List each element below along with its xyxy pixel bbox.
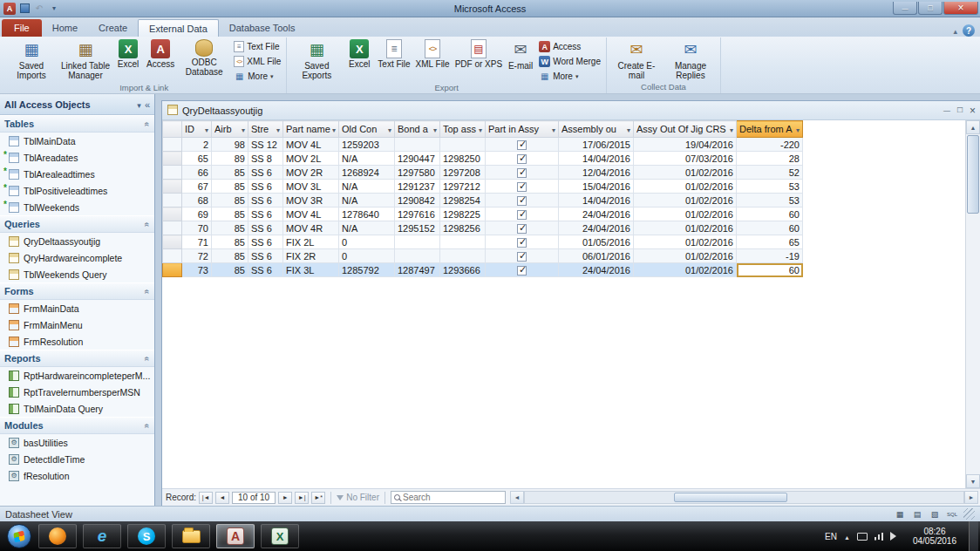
cell-airbus[interactable]: 85 — [212, 180, 248, 194]
cell-stre[interactable]: SS 6 — [248, 180, 283, 194]
cell-part-in-assy[interactable] — [486, 180, 559, 194]
nav-item-module[interactable]: fResolution — [0, 467, 154, 484]
cell-airbus[interactable]: 85 — [212, 166, 248, 180]
nav-item-query[interactable]: QryDeltaassyoutjig — [0, 233, 154, 249]
cell-top-assy[interactable]: 1297212 — [440, 180, 486, 194]
row-selector[interactable] — [163, 235, 182, 249]
table-row[interactable]: 68 85 SS 6 MOV 3R N/A 1290842 1298254 1 — [163, 194, 803, 207]
ribbon-button[interactable]: More ▾ — [536, 70, 603, 83]
row-selector[interactable] — [163, 221, 182, 235]
cell-bond[interactable]: 1291237 — [395, 180, 440, 194]
cell-id[interactable]: 69 — [182, 207, 212, 221]
cell-old-contract[interactable]: N/A — [339, 221, 395, 235]
cell-bond[interactable]: 1287497 — [395, 263, 440, 277]
column-header[interactable]: Assy Out Of Jig CRS — [634, 121, 737, 138]
nav-item-form[interactable]: FrmMainData — [0, 300, 154, 316]
cell-assembly-out[interactable]: 12/04/2016 — [559, 166, 634, 180]
checkbox[interactable] — [517, 266, 527, 276]
qat-dropdown-icon[interactable] — [48, 3, 60, 15]
row-selector[interactable] — [163, 166, 182, 180]
cell-id[interactable]: 67 — [182, 180, 212, 194]
cell-part-in-assy[interactable] — [486, 249, 559, 263]
search-input[interactable] — [403, 493, 502, 502]
clock[interactable]: 08:26 04/05/2016 — [908, 527, 962, 546]
horizontal-scrollbar[interactable] — [510, 491, 978, 505]
checkbox[interactable] — [517, 182, 527, 192]
doc-minimize-icon[interactable] — [943, 105, 950, 117]
cell-part-in-assy[interactable] — [486, 221, 559, 235]
nav-pane-dropdown-icon[interactable] — [137, 99, 141, 110]
checkbox[interactable] — [517, 196, 527, 206]
cell-bond[interactable] — [395, 235, 440, 249]
maximize-button[interactable] — [918, 2, 943, 15]
volume-tray-icon[interactable] — [890, 532, 901, 541]
cell-assembly-out[interactable]: 01/05/2016 — [559, 235, 634, 249]
tab-file[interactable]: File — [2, 19, 42, 37]
taskbar-app-button[interactable] — [172, 524, 210, 548]
checkbox[interactable] — [517, 238, 527, 248]
hidden-icons-arrow[interactable] — [844, 532, 850, 541]
cell-part-in-assy[interactable] — [486, 138, 559, 152]
column-dropdown-icon[interactable] — [479, 124, 482, 134]
cell-stre[interactable]: SS 6 — [248, 207, 283, 221]
ribbon-button[interactable]: Text File — [231, 40, 283, 53]
cell-part-name[interactable]: FIX 2R — [283, 249, 339, 263]
cell-delta[interactable]: -19 — [737, 249, 803, 263]
row-selector[interactable] — [163, 194, 182, 207]
language-indicator[interactable]: EN — [825, 532, 837, 541]
cell-id[interactable]: 2 — [182, 138, 212, 152]
cell-id[interactable]: 72 — [182, 249, 212, 263]
table-row[interactable]: 65 89 SS 8 MOV 2L N/A 1290447 1298250 1 — [163, 152, 803, 166]
cell-old-contract[interactable]: 0 — [339, 249, 395, 263]
cell-assembly-out[interactable]: 24/04/2016 — [559, 221, 634, 235]
ribbon-button[interactable]: Saved Imports — [4, 37, 58, 83]
cell-assy-out-of-jig[interactable]: 19/04/2016 — [634, 138, 737, 152]
select-all-corner[interactable] — [163, 121, 182, 138]
column-dropdown-icon[interactable] — [796, 124, 800, 134]
table-row[interactable]: 67 85 SS 6 MOV 3L N/A 1291237 1297212 1 — [163, 180, 803, 194]
search-box[interactable] — [391, 491, 506, 504]
cell-id[interactable]: 73 — [182, 263, 212, 277]
column-dropdown-icon[interactable] — [433, 124, 437, 134]
cell-assy-out-of-jig[interactable]: 01/02/2016 — [634, 221, 737, 235]
table-row[interactable]: 73 85 SS 6 FIX 3L 1285792 1287497 129366… — [163, 263, 803, 277]
cell-part-in-assy[interactable] — [486, 263, 559, 277]
cell-airbus[interactable]: 85 — [212, 221, 248, 235]
table-row[interactable]: 66 85 SS 6 MOV 2R 1268924 1297580 129720… — [163, 166, 803, 180]
scroll-right-arrow[interactable] — [964, 491, 978, 504]
column-dropdown-icon[interactable] — [388, 124, 391, 134]
cell-part-in-assy[interactable] — [486, 194, 559, 207]
row-selector[interactable] — [163, 249, 182, 263]
ribbon-button[interactable]: Word Merge — [536, 55, 603, 68]
cell-airbus[interactable]: 98 — [212, 138, 248, 152]
cell-bond[interactable]: 1290447 — [395, 152, 440, 166]
ribbon-button[interactable]: ODBC Database — [177, 37, 231, 83]
cell-part-name[interactable]: MOV 2L — [283, 152, 339, 166]
cell-airbus[interactable]: 85 — [212, 235, 248, 249]
cell-part-name[interactable]: MOV 4R — [283, 221, 339, 235]
nav-item-report[interactable]: RptHardwareincompleteperM... — [0, 367, 154, 384]
ribbon-button[interactable]: XML File — [231, 55, 283, 68]
column-dropdown-icon[interactable] — [627, 124, 630, 134]
cell-top-assy[interactable] — [440, 235, 486, 249]
help-icon[interactable] — [963, 24, 975, 37]
cell-part-name[interactable]: MOV 3R — [283, 194, 339, 207]
cell-assy-out-of-jig[interactable]: 01/02/2016 — [634, 166, 737, 180]
column-header[interactable]: ID — [182, 121, 212, 138]
row-selector[interactable] — [163, 207, 182, 221]
checkbox[interactable] — [517, 252, 527, 262]
nav-section-forms[interactable]: Forms — [0, 282, 154, 300]
cell-airbus[interactable]: 85 — [212, 207, 248, 221]
cell-stre[interactable]: SS 6 — [248, 194, 283, 207]
cell-assy-out-of-jig[interactable]: 01/02/2016 — [634, 180, 737, 194]
column-dropdown-icon[interactable] — [332, 124, 336, 134]
display-tray-icon[interactable] — [857, 533, 868, 541]
column-dropdown-icon[interactable] — [276, 124, 280, 134]
checkbox[interactable] — [517, 154, 527, 164]
cell-assembly-out[interactable]: 14/04/2016 — [559, 194, 634, 207]
table-row[interactable]: 2 98 SS 12 MOV 4L 1259203 17/06/2015 — [163, 138, 803, 152]
doc-close-icon[interactable] — [970, 105, 976, 117]
cell-old-contract[interactable]: 1278640 — [339, 207, 395, 221]
column-dropdown-icon[interactable] — [552, 124, 555, 134]
cell-old-contract[interactable]: N/A — [339, 194, 395, 207]
